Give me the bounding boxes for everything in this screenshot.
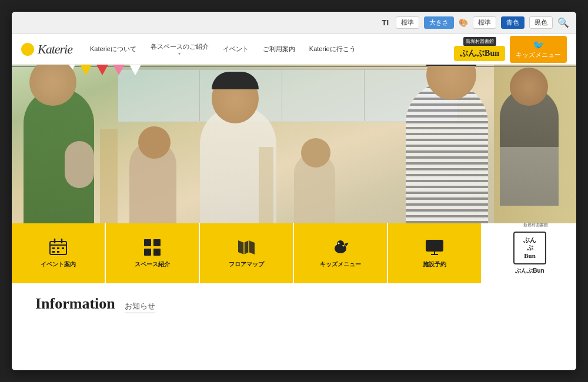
svg-rect-8 — [57, 251, 59, 253]
bun-special-button[interactable]: 新堀村図書館 ぶんぶBun ぶんぶBun — [482, 223, 576, 283]
information-section: Information お知らせ — [12, 283, 576, 370]
color-blue-button[interactable]: 青色 — [501, 16, 524, 29]
child-2-head — [301, 138, 330, 167]
nav-about[interactable]: Katerieについて — [84, 41, 142, 57]
reservation-button[interactable]: 施設予約 — [388, 223, 482, 283]
font-size-icon: TI — [382, 18, 389, 27]
size-large-button[interactable]: 大きさ — [424, 16, 454, 29]
bun-special-logo: 新堀村図書館 ぶんぶBun — [513, 232, 546, 264]
person-4-body — [406, 82, 488, 223]
nav-access[interactable]: Katerieに行こう — [303, 41, 362, 57]
map-icon — [237, 238, 256, 257]
person-5-body — [500, 88, 559, 206]
events-label: イベント案内 — [41, 260, 76, 269]
bun-logo-text: ぶんぶBun — [460, 48, 499, 59]
svg-point-17 — [338, 243, 340, 244]
window-pane-1 — [123, 69, 200, 121]
browser-window: TI 標準 大きさ 🎨 標準 青色 黒色 🔍 Katerie Katerieにつ… — [12, 12, 576, 370]
wood-divider-2 — [259, 147, 273, 223]
pennant-red-2 — [96, 65, 108, 75]
nav-events[interactable]: イベント — [217, 41, 255, 57]
nav-right: 新堀村図書館 ぶんぶBun 🐦 キッズメニュー — [454, 36, 567, 63]
svg-point-15 — [337, 240, 344, 247]
logo-area: Katerie — [21, 42, 72, 57]
bird-icon — [331, 238, 350, 257]
child-1-head — [138, 126, 171, 159]
pennant-white-2 — [129, 65, 141, 75]
spaces-button[interactable]: スペース紹介 — [106, 223, 200, 283]
main-nav: Katerie Katerieについて 各スペースのご紹介 ▾ イベント ご利用… — [12, 34, 576, 65]
info-header: Information お知らせ — [35, 295, 553, 313]
pennant-pink-1 — [113, 65, 125, 75]
svg-rect-7 — [52, 251, 55, 253]
svg-marker-13 — [238, 240, 255, 254]
nav-links: Katerieについて 各スペースのご紹介 ▾ イベント ご利用案内 Kater… — [84, 39, 454, 60]
bun-label: ぶんぶBun — [515, 267, 544, 275]
svg-rect-11 — [144, 249, 151, 256]
kids-label: キッズメニュー — [320, 260, 361, 269]
color-standard-button[interactable]: 標準 — [473, 16, 496, 29]
person-baby — [65, 141, 94, 188]
nav-spaces[interactable]: 各スペースのご紹介 ▾ — [145, 39, 215, 60]
search-icon[interactable]: 🔍 — [557, 17, 569, 28]
spaces-label: スペース紹介 — [135, 260, 170, 269]
svg-rect-10 — [153, 239, 161, 246]
svg-rect-6 — [62, 247, 64, 249]
grid-icon — [143, 238, 162, 257]
svg-rect-12 — [153, 249, 161, 256]
reservation-label: 施設予約 — [423, 260, 446, 269]
svg-rect-9 — [144, 239, 151, 246]
toolbar: TI 標準 大きさ 🎨 標準 青色 黒色 🔍 — [12, 12, 576, 34]
person-5-head — [510, 68, 548, 106]
svg-rect-5 — [57, 247, 59, 249]
hero-section — [12, 65, 576, 223]
window-pane-3 — [288, 69, 365, 121]
monitor-icon — [425, 238, 444, 257]
information-title: Information — [35, 295, 115, 313]
icon-grid: イベント案内 スペース紹介 フロアマップ — [12, 223, 576, 283]
kids-button[interactable]: キッズメニュー — [294, 223, 388, 283]
site-logo[interactable]: Katerie — [38, 42, 72, 57]
size-standard-button[interactable]: 標準 — [396, 16, 419, 29]
kids-menu-button[interactable]: 🐦 キッズメニュー — [510, 36, 567, 63]
calendar-icon — [49, 238, 68, 257]
kids-menu-label: キッズメニュー — [516, 51, 561, 59]
svg-rect-19 — [426, 240, 443, 251]
events-button[interactable]: イベント案内 — [12, 223, 106, 283]
person-4-hair — [426, 65, 476, 66]
color-black-button[interactable]: 黒色 — [529, 16, 553, 29]
kids-bird-icon: 🐦 — [533, 39, 544, 51]
nav-usage[interactable]: ご利用案内 — [257, 41, 301, 57]
information-subtitle: お知らせ — [125, 301, 155, 313]
palette-icon: 🎨 — [459, 18, 468, 27]
pennant-yellow-1 — [80, 65, 92, 75]
floormap-button[interactable]: フロアマップ — [200, 223, 294, 283]
wood-divider-1 — [100, 129, 118, 223]
bun-logo-button[interactable]: ぶんぶBun — [454, 46, 505, 61]
bun-badge: 新堀村図書館 — [463, 37, 496, 46]
svg-rect-4 — [52, 247, 55, 249]
floormap-label: フロアマップ — [229, 260, 264, 269]
logo-circle-icon — [21, 43, 34, 56]
